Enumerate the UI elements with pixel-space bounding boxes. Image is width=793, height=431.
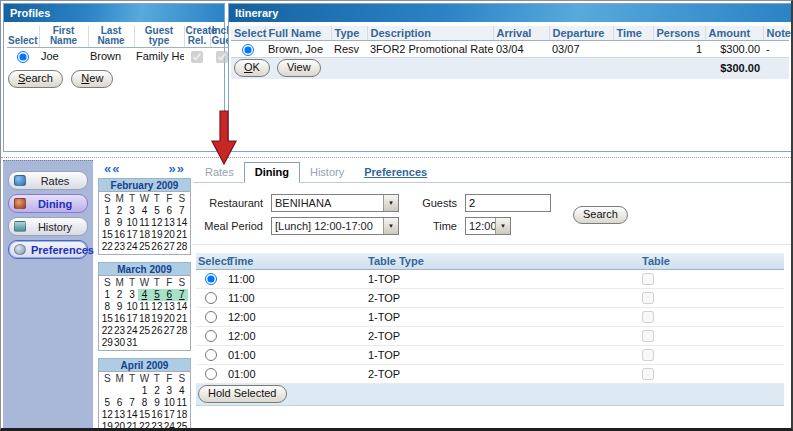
calendar-day[interactable]: 5 [151, 289, 163, 301]
calendar-day[interactable]: 31 [126, 337, 138, 349]
calendar-day[interactable]: 24 [163, 421, 175, 431]
calendar-day[interactable]: 14 [176, 301, 188, 313]
calendar-day[interactable]: 7 [176, 289, 188, 301]
chevron-down-icon[interactable]: ▼ [383, 195, 398, 211]
calendar-day[interactable]: 8 [101, 301, 113, 313]
calendar-day[interactable]: 8 [101, 217, 113, 229]
calendar-day[interactable]: 9 [151, 397, 163, 409]
search-profiles-button[interactable]: Search [8, 70, 63, 88]
calendar-day[interactable]: 10 [126, 301, 138, 313]
calendar-day[interactable]: 20 [163, 313, 175, 325]
calendar-day[interactable]: 26 [151, 241, 163, 253]
ok-button[interactable]: OK [234, 59, 270, 77]
calendar-day[interactable]: 1 [101, 205, 113, 217]
calendar-day[interactable]: 16 [151, 409, 163, 421]
calendar-day[interactable]: 18 [138, 313, 150, 325]
dining-search-button[interactable]: Search [573, 206, 628, 224]
time-select[interactable]: 12:00 ▼ [465, 217, 511, 235]
calendar-day[interactable]: 29 [101, 337, 113, 349]
calendar-day[interactable]: 20 [113, 421, 125, 431]
calendar-day[interactable]: 28 [176, 325, 188, 337]
calendar-day[interactable]: 23 [151, 421, 163, 431]
restaurant-select[interactable]: BENIHANA ▼ [271, 194, 399, 212]
calendar-day[interactable]: 11 [176, 397, 188, 409]
calendar-day[interactable]: 21 [176, 229, 188, 241]
dining-time-radio[interactable] [205, 273, 217, 285]
calendar-day[interactable]: 1 [138, 385, 150, 397]
calendar-day[interactable]: 6 [113, 397, 125, 409]
calendar-day[interactable]: 4 [138, 205, 150, 217]
calendar-day[interactable]: 25 [138, 241, 150, 253]
calendar-day[interactable]: 16 [113, 313, 125, 325]
itinerary-select-radio[interactable] [242, 44, 254, 56]
calendar-day[interactable]: 15 [138, 409, 150, 421]
calendar-day[interactable]: 21 [176, 313, 188, 325]
calendar-day[interactable]: 23 [113, 241, 125, 253]
hold-selected-button[interactable]: Hold Selected [198, 385, 287, 403]
calendar-day[interactable]: 19 [151, 229, 163, 241]
calendar-day[interactable]: 28 [176, 241, 188, 253]
calendar-day[interactable]: 14 [126, 409, 138, 421]
calendar-day[interactable]: 7 [126, 397, 138, 409]
dining-time-radio[interactable] [205, 368, 217, 380]
calendar-day[interactable]: 16 [113, 229, 125, 241]
calendar-day[interactable]: 17 [126, 313, 138, 325]
calendar-day[interactable]: 11 [138, 301, 150, 313]
view-button[interactable]: View [277, 59, 321, 77]
calendar-day[interactable]: 10 [126, 217, 138, 229]
calendar-day[interactable]: 15 [101, 229, 113, 241]
calendar-day[interactable]: 10 [163, 397, 175, 409]
dining-table-checkbox[interactable] [642, 311, 654, 323]
calendar-day[interactable]: 22 [101, 325, 113, 337]
tab-preferences[interactable]: Preferences [354, 163, 437, 182]
calendar-day[interactable]: 27 [163, 325, 175, 337]
calendar-day[interactable]: 7 [176, 205, 188, 217]
calendar-day[interactable]: 8 [138, 397, 150, 409]
calendar-day[interactable]: 4 [138, 289, 150, 301]
calendar-day[interactable]: 18 [138, 229, 150, 241]
calendar-day[interactable]: 2 [113, 289, 125, 301]
calendar-day[interactable]: 17 [126, 229, 138, 241]
calendar-day[interactable]: 5 [101, 397, 113, 409]
calendar-day[interactable]: 9 [113, 217, 125, 229]
calendar-day[interactable]: 2 [113, 205, 125, 217]
calendar-day[interactable]: 2 [151, 385, 163, 397]
calendar-day[interactable]: 22 [101, 241, 113, 253]
dining-table-checkbox[interactable] [642, 349, 654, 361]
calendar-day[interactable]: 11 [138, 217, 150, 229]
tab-rates[interactable]: Rates [195, 163, 244, 182]
dining-time-radio[interactable] [205, 311, 217, 323]
calendar-day[interactable]: 1 [101, 289, 113, 301]
profile-select-radio[interactable] [17, 51, 29, 63]
calendar-day[interactable]: 19 [151, 313, 163, 325]
calendar-day[interactable]: 18 [176, 409, 188, 421]
tab-history[interactable]: History [300, 163, 354, 182]
incl-guest-checkbox[interactable] [216, 51, 228, 63]
calendar-day[interactable]: 24 [126, 241, 138, 253]
calendar-day[interactable]: 12 [101, 409, 113, 421]
calendar-day[interactable]: 19 [101, 421, 113, 431]
create-rel-checkbox[interactable] [191, 51, 203, 63]
calendar-day[interactable]: 13 [113, 409, 125, 421]
dining-table-checkbox[interactable] [642, 330, 654, 342]
tab-dining[interactable]: Dining [244, 162, 300, 183]
chevron-down-icon[interactable]: ▼ [495, 218, 510, 234]
calendar-day[interactable]: 30 [113, 337, 125, 349]
calendar-day[interactable]: 25 [138, 325, 150, 337]
calendar-day[interactable]: 4 [176, 385, 188, 397]
calendar-day[interactable]: 17 [163, 409, 175, 421]
calendar-day[interactable]: 23 [113, 325, 125, 337]
calendar-day[interactable]: 22 [138, 421, 150, 431]
dining-table-checkbox[interactable] [642, 273, 654, 285]
calendar-day[interactable]: 25 [176, 421, 188, 431]
calendar-day[interactable]: 6 [163, 205, 175, 217]
calendar-day[interactable]: 6 [163, 289, 175, 301]
calendar-prev-icon[interactable]: «« [104, 162, 120, 176]
calendar-day[interactable]: 9 [113, 301, 125, 313]
meal-period-select[interactable]: [Lunch] 12:00-17:00 ▼ [271, 217, 399, 235]
calendar-day[interactable]: 15 [101, 313, 113, 325]
calendar-day[interactable]: 13 [163, 217, 175, 229]
dining-table-checkbox[interactable] [642, 292, 654, 304]
calendar-day[interactable]: 20 [163, 229, 175, 241]
calendar-day[interactable]: 3 [126, 289, 138, 301]
